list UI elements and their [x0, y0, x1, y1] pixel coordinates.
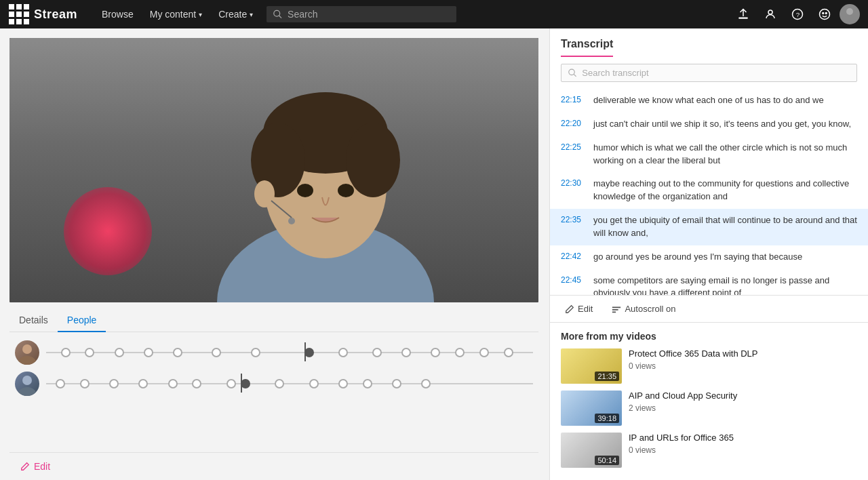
- transcript-timestamp: 22:35: [561, 214, 587, 240]
- transcript-item[interactable]: 22:42 go around yes be around yes I'm sa…: [550, 245, 868, 269]
- nav-browse[interactable]: Browse: [94, 0, 142, 28]
- video-title: AIP and Cloud App Security: [629, 391, 857, 402]
- svg-point-9: [846, 8, 853, 15]
- video-thumbnail: 39:18: [561, 391, 622, 426]
- transcript-text: deliverable we know what each one of us …: [593, 94, 824, 107]
- help-icon[interactable]: ?: [785, 2, 810, 26]
- transcript-item[interactable]: 22:25 humor which is what we call the ot…: [550, 136, 868, 173]
- video-tabs: Details People: [9, 309, 538, 332]
- svg-text:?: ?: [796, 11, 800, 18]
- tab-people[interactable]: People: [58, 309, 106, 332]
- video-info: IP and URLs for Office 365 0 views: [629, 433, 857, 455]
- svg-point-19: [288, 218, 295, 224]
- svg-point-21: [22, 344, 32, 354]
- search-input[interactable]: [288, 9, 450, 20]
- nav-create[interactable]: Create ▾: [210, 0, 261, 28]
- transcript-timestamp: 22:45: [561, 275, 587, 295]
- video-duration: 50:14: [595, 456, 619, 465]
- transcript-header: Transcript: [550, 38, 868, 89]
- svg-point-7: [823, 13, 824, 14]
- svg-point-17: [338, 184, 354, 197]
- svg-line-24: [574, 74, 576, 76]
- person-silhouette: [197, 58, 454, 302]
- transcript-item[interactable]: 22:20 just can't chair until we ship it …: [550, 113, 868, 136]
- top-navigation: Stream Browse My content ▾ Create ▾ ?: [0, 0, 868, 28]
- apps-launcher[interactable]: [8, 3, 30, 25]
- autoscroll-button[interactable]: Autoscroll on: [608, 301, 679, 317]
- person-row: [15, 372, 533, 396]
- svg-rect-2: [738, 18, 748, 19]
- video-info: AIP and Cloud App Security 2 views: [629, 391, 857, 413]
- video-duration: 21:35: [595, 372, 619, 381]
- chevron-down-icon: ▾: [250, 11, 253, 18]
- more-videos-title: More from my videos: [561, 331, 857, 342]
- video-thumbnail: 21:35: [561, 348, 622, 384]
- svg-point-22: [22, 376, 32, 385]
- video-views: 2 views: [629, 403, 857, 413]
- transcript-edit-button[interactable]: Edit: [561, 301, 597, 317]
- svg-rect-25: [612, 306, 620, 308]
- svg-point-16: [297, 184, 313, 197]
- svg-point-0: [274, 10, 280, 16]
- brand-logo: Stream: [34, 7, 77, 22]
- video-card[interactable]: 39:18 AIP and Cloud App Security 2 views: [561, 391, 857, 426]
- transcript-text: go around yes be around yes I'm saying t…: [593, 251, 802, 264]
- video-scene: [9, 38, 538, 302]
- person-row: [15, 340, 533, 365]
- video-duration: 39:18: [595, 414, 619, 423]
- svg-line-1: [279, 16, 282, 18]
- video-views: 0 views: [629, 445, 857, 455]
- upload-icon[interactable]: [731, 2, 755, 26]
- video-card[interactable]: 50:14 IP and URLs for Office 365 0 views: [561, 433, 857, 468]
- nav-my-content[interactable]: My content ▾: [142, 0, 210, 28]
- transcript-text: maybe reaching out to the community for …: [593, 178, 857, 203]
- avatar: [15, 372, 39, 396]
- search-icon: [568, 68, 576, 77]
- transcript-list: 22:15 deliverable we know what each one …: [550, 89, 868, 295]
- transcript-timestamp: 22:15: [561, 94, 587, 107]
- transcript-title: Transcript: [561, 38, 613, 57]
- svg-point-8: [825, 13, 827, 14]
- svg-point-18: [254, 180, 275, 207]
- video-player[interactable]: [9, 38, 538, 302]
- svg-point-3: [768, 10, 772, 14]
- timeline-track-1: [46, 346, 533, 359]
- transcript-item[interactable]: 22:45 some competitors are saying email …: [550, 269, 868, 295]
- edit-button[interactable]: Edit: [15, 458, 56, 475]
- video-title: IP and URLs for Office 365: [629, 433, 857, 444]
- edit-bar: Edit: [9, 452, 538, 480]
- video-overlay-circle: [64, 187, 152, 275]
- video-card[interactable]: 21:35 Protect Office 365 Data with DLP 0…: [561, 348, 857, 384]
- search-icon: [273, 9, 282, 19]
- global-search-box[interactable]: [267, 6, 456, 22]
- transcript-item[interactable]: 22:35 you get the ubiquity of email that…: [550, 209, 868, 245]
- transcript-timestamp: 22:25: [561, 142, 587, 167]
- nav-right-icons: ?: [731, 2, 860, 26]
- transcript-text: you get the ubiquity of email that will …: [593, 214, 857, 240]
- svg-point-15: [346, 123, 400, 197]
- transcript-timestamp: 22:20: [561, 118, 587, 131]
- svg-point-23: [569, 69, 574, 75]
- video-thumbnail: 50:14: [561, 433, 622, 468]
- video-title: Protect Office 365 Data with DLP: [629, 348, 857, 360]
- video-info: Protect Office 365 Data with DLP 0 views: [629, 348, 857, 371]
- avatar: [15, 340, 39, 365]
- transcript-timestamp: 22:30: [561, 178, 587, 203]
- transcript-side: Transcript 22:15 deliverable we know wha…: [549, 28, 868, 480]
- tab-details[interactable]: Details: [9, 309, 58, 332]
- user-icon[interactable]: [758, 2, 783, 26]
- svg-point-6: [820, 9, 830, 20]
- timeline-track-2: [46, 378, 533, 390]
- transcript-search-box[interactable]: [561, 64, 857, 82]
- transcript-footer: Edit Autoscroll on: [550, 295, 868, 322]
- video-views: 0 views: [629, 361, 857, 371]
- emoji-icon[interactable]: [812, 2, 837, 26]
- transcript-item[interactable]: 22:15 deliverable we know what each one …: [550, 89, 868, 113]
- transcript-item[interactable]: 22:30 maybe reaching out to the communit…: [550, 172, 868, 209]
- user-avatar[interactable]: [840, 4, 860, 24]
- transcript-search-input[interactable]: [582, 68, 850, 78]
- more-from-my-videos: More from my videos 21:35 Protect Office…: [550, 322, 868, 480]
- edit-icon: [20, 462, 30, 471]
- svg-rect-26: [612, 309, 618, 311]
- people-panel: [9, 332, 538, 452]
